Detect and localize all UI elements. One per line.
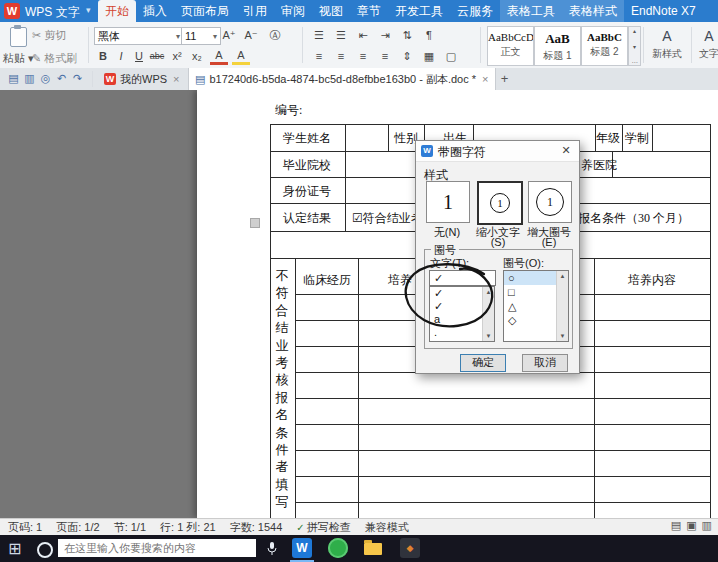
circle-listbox[interactable]: ○ □ △ ◇ ▲ ▼ xyxy=(503,270,569,342)
new-style-button[interactable]: A 新样式 xyxy=(647,26,687,66)
dialog-title-bar[interactable]: W 带圈字符 ✕ xyxy=(416,141,579,162)
close-tab-icon[interactable]: × xyxy=(173,73,179,85)
microphone-icon[interactable] xyxy=(266,541,278,556)
paste-button[interactable]: 粘贴 ▾ xyxy=(3,51,34,66)
scroll-down-icon[interactable]: ▾ xyxy=(633,43,636,50)
scroll-down-icon[interactable]: ▼ xyxy=(560,331,566,341)
increase-font-button[interactable]: A⁺ xyxy=(220,27,238,44)
style-heading1[interactable]: AaB标题 1 xyxy=(534,26,581,66)
paste-icon[interactable] xyxy=(10,27,27,47)
start-button[interactable]: ⊞ xyxy=(8,539,21,558)
font-size-select[interactable]: 11▾ xyxy=(181,27,221,45)
underline-button[interactable]: U xyxy=(130,48,148,65)
print-button[interactable]: ▥ xyxy=(22,71,37,86)
scroll-down-icon[interactable]: ▼ xyxy=(486,331,492,341)
status-word-count[interactable]: 字数: 1544 xyxy=(230,520,283,535)
enclose-character-button[interactable]: Ⓐ xyxy=(266,27,284,44)
list-item[interactable]: ◇ xyxy=(504,313,556,327)
sort-button[interactable]: ⇅ xyxy=(398,27,416,44)
list-item[interactable]: ○ xyxy=(504,271,556,285)
bold-button[interactable]: B xyxy=(94,48,112,65)
align-right-button[interactable]: ≡ xyxy=(354,48,372,65)
scroll-up-icon[interactable]: ▲ xyxy=(486,287,492,297)
view-mode-icon[interactable]: ▥ xyxy=(702,519,712,532)
taskbar-search-input[interactable] xyxy=(58,539,256,557)
undo-button[interactable]: ↶ xyxy=(54,71,69,86)
italic-button[interactable]: I xyxy=(112,48,130,65)
tab-view[interactable]: 视图 xyxy=(312,0,350,22)
save-button[interactable]: ▤ xyxy=(6,71,21,86)
tab-dev-tools[interactable]: 开发工具 xyxy=(388,0,450,22)
increase-indent-button[interactable]: ⇥ xyxy=(376,27,394,44)
list-item[interactable]: a xyxy=(430,313,482,326)
text-listbox[interactable]: ✓ ✓ a . ▲ ▼ xyxy=(429,286,495,342)
decrease-indent-button[interactable]: ⇤ xyxy=(354,27,372,44)
tab-cloud[interactable]: 云服务 xyxy=(450,0,500,22)
font-name-select[interactable]: 黑体▾ xyxy=(94,27,184,45)
view-mode-icon[interactable]: ▣ xyxy=(686,519,696,532)
circle-list-scrollbar[interactable]: ▲ ▼ xyxy=(556,271,568,341)
decrease-font-button[interactable]: A⁻ xyxy=(242,27,260,44)
format-painter-button[interactable]: ✎ 格式刷 xyxy=(32,51,77,66)
tab-section[interactable]: 章节 xyxy=(350,0,388,22)
dialog-close-icon[interactable]: ✕ xyxy=(553,141,579,160)
list-item[interactable]: □ xyxy=(504,285,556,299)
style-option-shrink-text[interactable]: 1 xyxy=(477,181,523,225)
numbered-list-button[interactable]: ☰ xyxy=(332,27,350,44)
tab-endnote[interactable]: EndNote X7 xyxy=(624,0,703,22)
view-mode-icon[interactable]: ▤ xyxy=(671,519,681,532)
highlight-color-button[interactable]: A xyxy=(232,48,250,65)
list-item[interactable]: . xyxy=(430,326,482,339)
align-center-button[interactable]: ≡ xyxy=(332,48,350,65)
tab-review[interactable]: 审阅 xyxy=(274,0,312,22)
tab-page-layout[interactable]: 页面布局 xyxy=(174,0,236,22)
text-list-scrollbar[interactable]: ▲ ▼ xyxy=(482,287,494,341)
redo-button[interactable]: ↷ xyxy=(70,71,85,86)
home-tab[interactable]: W 我的WPS × xyxy=(98,68,186,90)
list-item[interactable]: △ xyxy=(504,299,556,313)
tab-references[interactable]: 引用 xyxy=(236,0,274,22)
spellcheck-toggle[interactable]: ✓拼写检查 xyxy=(296,520,350,535)
document-tab[interactable]: ▤ b17240d6-b5da-4874-bc5d-d8efbbe163b0 -… xyxy=(188,68,496,90)
font-color-button[interactable]: A xyxy=(210,48,228,65)
cortana-icon[interactable] xyxy=(37,542,53,558)
justify-button[interactable]: ≡ xyxy=(376,48,394,65)
text-tool-button[interactable]: A 文字 xyxy=(695,26,718,66)
tab-table-style[interactable]: 表格样式 xyxy=(562,0,624,22)
scroll-up-icon[interactable]: ▴ xyxy=(633,27,636,34)
borders-button[interactable]: ▢ xyxy=(442,48,460,65)
line-spacing-button[interactable]: ⇕ xyxy=(398,48,416,65)
taskbar-wps-icon[interactable]: W xyxy=(292,538,312,558)
preview-button[interactable]: ◎ xyxy=(38,71,53,86)
wps-logo-icon[interactable]: W xyxy=(4,3,20,19)
scroll-up-icon[interactable]: ▲ xyxy=(560,271,566,281)
ok-button[interactable]: 确定 xyxy=(460,354,506,372)
strikethrough-button[interactable]: abc xyxy=(148,48,166,65)
text-input[interactable]: ✓ xyxy=(429,270,496,286)
new-tab-button[interactable]: + xyxy=(497,71,512,86)
taskbar-app-icon[interactable]: ◆ xyxy=(400,538,420,558)
align-left-button[interactable]: ≡ xyxy=(310,48,328,65)
style-gallery-scrollbar[interactable]: ▴ ▾ ⋯ xyxy=(628,26,641,66)
shading-button[interactable]: ▦ xyxy=(420,48,438,65)
style-option-enlarge-circle[interactable]: 1 xyxy=(528,181,572,223)
style-normal[interactable]: AaBbCcD正文 xyxy=(487,26,534,66)
cancel-button[interactable]: 取消 xyxy=(522,354,568,372)
show-marks-button[interactable]: ¶ xyxy=(420,27,438,44)
tab-table-tools[interactable]: 表格工具 xyxy=(500,0,562,22)
list-item[interactable]: ✓ xyxy=(430,300,482,313)
taskbar-explorer-icon[interactable] xyxy=(364,543,382,555)
subscript-button[interactable]: x₂ xyxy=(188,48,206,65)
taskbar-browser-icon[interactable] xyxy=(328,538,348,558)
gallery-more-icon[interactable]: ⋯ xyxy=(632,58,638,65)
app-menu-chevron-icon[interactable]: ▾ xyxy=(86,5,91,15)
close-tab-icon[interactable]: × xyxy=(482,73,488,85)
app-title[interactable]: WPS 文字 xyxy=(25,4,80,21)
list-item[interactable]: ✓ xyxy=(430,287,482,300)
tab-home[interactable]: 开始 xyxy=(98,0,136,22)
bullet-list-button[interactable]: ☰ xyxy=(310,27,328,44)
superscript-button[interactable]: x² xyxy=(168,48,186,65)
style-option-none[interactable]: 1 xyxy=(426,181,470,223)
tab-insert[interactable]: 插入 xyxy=(136,0,174,22)
style-heading2[interactable]: AaBbC标题 2 xyxy=(581,26,628,66)
